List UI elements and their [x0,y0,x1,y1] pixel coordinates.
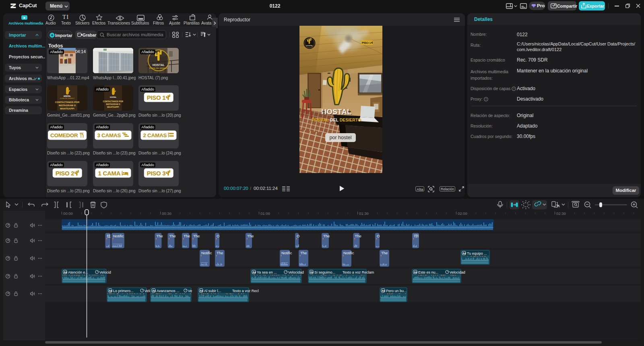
svg-text:The: The [323,234,330,238]
svg-text:纽: 纽 [107,234,111,238]
svg-text:Lo primero...: Lo primero... [113,289,134,293]
svg-text:Tu equipo ...: Tu equipo ... [467,251,487,255]
svg-text:Notific: Notific [343,251,354,255]
svg-text:Atención e...: Atención e... [68,270,88,274]
svg-text:The: The [157,234,163,238]
svg-text:INSTAGRAM O: INSTAGRAM O [59,104,76,107]
svg-text:Notific: Notific [281,251,292,255]
svg-text:Aa: Aa [252,271,256,274]
svg-text:Velocidad: Velocidad [450,270,465,274]
svg-text:O: O [217,234,219,238]
svg-text:The: The [300,251,307,255]
svg-text:HOSTAL: HOSTAL [64,95,71,97]
svg-text:HOSTAL: HOSTAL [153,63,165,67]
svg-text:Aa: Aa [382,289,385,292]
svg-text:PORTAL DEL DESIERTO: PORTAL DEL DESIERTO [60,98,75,99]
svg-text:?: ? [485,98,487,101]
svg-text:WHATSAPP!: WHATSAPP! [107,106,119,108]
svg-text:The: The [169,234,176,238]
svg-text:O: O [377,234,380,238]
svg-text:Aa: Aa [462,252,466,255]
svg-text:Si seguimo...: Si seguimo... [314,270,335,274]
svg-text:The: The [217,251,223,255]
svg-text:O: O [297,234,299,238]
svg-text:Velocidad: Velocidad [288,270,304,274]
svg-text:01:00: 01:00 [260,211,270,216]
svg-text:Texto a voz Recl: Texto a voz Recl [232,289,259,293]
svg-text:The: The [184,234,190,238]
svg-text:Ya sea en ...: Ya sea en ... [257,270,277,274]
svg-text:HOSTAL: HOSTAL [110,96,117,98]
svg-text:Este es nu...: Este es nu... [418,270,438,274]
svg-text:Al subir l...: Al subir l... [204,289,221,293]
svg-text:Aa: Aa [109,289,112,292]
svg-text:理l: 理l [414,234,419,238]
svg-text:Avanzamos ...: Avanzamos ... [157,289,180,293]
svg-text:Ve: Ve [188,289,192,293]
svg-text:00:00: 00:00 [63,211,73,216]
svg-text:00:30: 00:30 [162,211,171,216]
svg-text:02:30: 02:30 [556,211,566,216]
svg-text:INSTAGRAM O: INSTAGRAM O [106,103,120,105]
svg-text:Aa: Aa [152,289,156,292]
svg-text:Texto a voz Reclam: Texto a voz Reclam [343,270,374,274]
svg-text:CONTACTANOS POR: CONTACTANOS POR [55,101,80,103]
svg-text:?: ? [513,87,515,90]
svg-text:Pero un bu...: Pero un bu... [386,289,407,293]
svg-text:Aa: Aa [310,271,314,274]
svg-text:CONTACTANOS POR: CONTACTANOS POR [103,100,124,103]
svg-text:Notific: Notific [201,251,212,255]
svg-text:The: The [355,234,361,238]
svg-text:WHATSAPP!: WHATSAPP! [60,107,74,110]
svg-text:The: The [193,234,200,238]
svg-text:The: The [247,234,254,238]
svg-text:Velocid: Velocid [99,270,111,274]
svg-text:Aa: Aa [64,271,67,274]
svg-text:02:00: 02:00 [458,211,467,216]
svg-text:PORTAL DEL DESIERTO: PORTAL DEL DESIERTO [149,67,168,69]
svg-text:Notific: Notific [113,234,124,238]
svg-text:The: The [381,251,388,255]
svg-text:01:30: 01:30 [359,211,369,216]
svg-text:Aa: Aa [200,289,203,292]
svg-text:Aa: Aa [414,271,417,274]
